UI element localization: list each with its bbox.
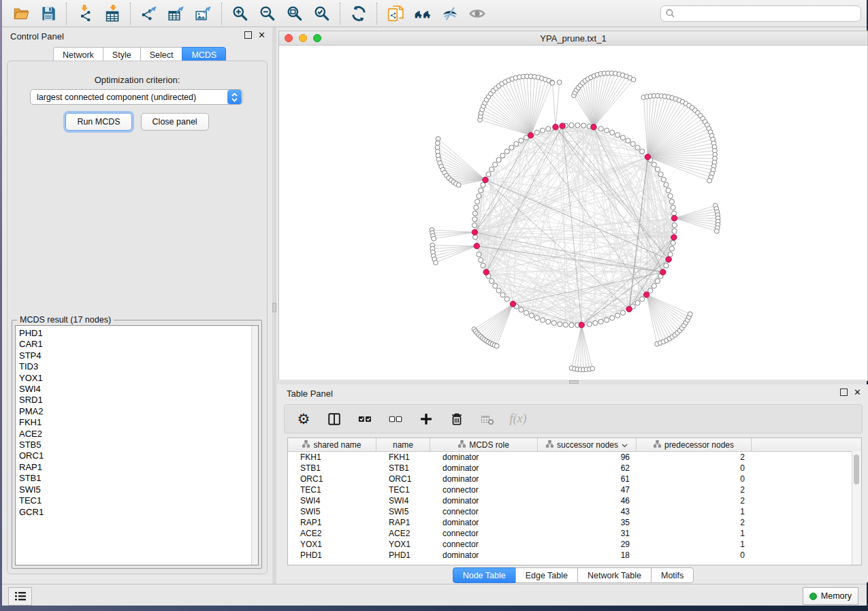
network-view-window: YPA_prune.txt_1 xyxy=(278,31,868,381)
column-header-shared-name[interactable]: shared name xyxy=(288,438,376,451)
table-row[interactable]: ORC1ORC1dominator610 xyxy=(288,474,861,484)
table-row[interactable]: SWI4SWI4dominator462 xyxy=(288,495,861,506)
open-file-button[interactable] xyxy=(7,2,35,25)
toolbar-separator xyxy=(340,3,341,24)
cell: 62 xyxy=(538,463,637,474)
search-icon xyxy=(666,9,675,18)
toolbar-separator xyxy=(221,3,223,24)
add-column-button[interactable] xyxy=(417,410,435,429)
horizontal-splitter[interactable] xyxy=(276,380,867,384)
save-session-button[interactable] xyxy=(35,2,62,25)
panel-list-button[interactable] xyxy=(8,587,32,606)
mcds-result-item[interactable]: TEC1 xyxy=(16,495,251,506)
mcds-result-item[interactable]: TID3 xyxy=(16,361,251,372)
mcds-result-item[interactable]: SRD1 xyxy=(16,395,251,406)
table-row[interactable]: SWI5SWI5connector431 xyxy=(288,506,861,517)
show-all-button[interactable] xyxy=(464,2,491,25)
table-row[interactable]: PHD1PHD1dominator180 xyxy=(288,550,861,561)
table-row[interactable]: TEC1TEC1connector472 xyxy=(288,484,861,495)
hide-selected-button[interactable] xyxy=(436,2,464,25)
column-header-MCDS-role[interactable]: MCDS role xyxy=(430,438,538,451)
tab-edge-table[interactable]: Edge Table xyxy=(515,567,578,583)
export-image-button[interactable] xyxy=(190,2,217,25)
mcds-result-item[interactable]: STB1 xyxy=(16,473,251,484)
network-canvas[interactable] xyxy=(279,46,867,380)
export-network-button[interactable] xyxy=(135,2,163,25)
node-table-header: shared namenameMCDS rolesuccessor nodesp… xyxy=(288,438,861,452)
cell: SWI5 xyxy=(288,506,376,517)
mcds-result-item[interactable]: RAP1 xyxy=(16,462,251,473)
table-row[interactable]: YOX1YOX1connector291 xyxy=(288,539,861,550)
import-network-button[interactable] xyxy=(71,2,99,25)
mcds-result-item[interactable]: ORC1 xyxy=(16,450,251,461)
cell-filler xyxy=(752,484,861,495)
list-scrollbar[interactable] xyxy=(251,326,258,565)
import-table-button[interactable] xyxy=(99,2,126,25)
mcds-result-item[interactable]: SWI4 xyxy=(16,384,251,395)
tab-network-table[interactable]: Network Table xyxy=(577,567,652,583)
control-panel-header: Control Panel ✕ xyxy=(2,27,272,45)
close-panel-button[interactable]: Close panel xyxy=(141,113,209,131)
cell: FKH1 xyxy=(288,452,376,463)
column-visibility-button[interactable] xyxy=(325,410,343,429)
close-panel-icon[interactable]: ✕ xyxy=(258,31,266,39)
tab-motifs[interactable]: Motifs xyxy=(651,567,694,583)
mcds-result-item[interactable]: SWI5 xyxy=(16,484,251,495)
column-header-successor-nodes[interactable]: successor nodes xyxy=(538,438,637,451)
vertical-splitter-handle[interactable] xyxy=(272,303,276,312)
memory-button[interactable]: Memory xyxy=(803,587,858,605)
network-window-titlebar[interactable]: YPA_prune.txt_1 xyxy=(279,31,867,46)
close-table-panel-icon[interactable]: ✕ xyxy=(854,389,861,396)
table-row[interactable]: STB1STB1dominator620 xyxy=(288,463,861,474)
table-row[interactable]: ACE2ACE2connector311 xyxy=(288,528,861,539)
table-toolbar: ⚙f(x) xyxy=(284,404,863,433)
float-panel-icon[interactable] xyxy=(244,31,252,39)
cell: 96 xyxy=(538,452,637,463)
table-row[interactable]: RAP1RAP1dominator352 xyxy=(288,517,861,528)
cell: 1 xyxy=(637,528,752,539)
horizontal-splitter-handle[interactable] xyxy=(569,380,579,384)
mcds-result-item[interactable]: PMA2 xyxy=(16,406,251,417)
refresh-layout-button[interactable] xyxy=(345,2,372,25)
tab-node-table[interactable]: Node Table xyxy=(453,567,516,583)
application-window: Control Panel ✕ NetworkStyleSelectMCDS O… xyxy=(2,0,867,606)
cell: connector xyxy=(430,539,538,550)
mcds-result-item[interactable]: PHD1 xyxy=(16,328,251,339)
mcds-result-item[interactable]: ACE2 xyxy=(16,429,251,440)
copy-network-button[interactable] xyxy=(382,2,409,25)
vertical-splitter[interactable] xyxy=(272,27,276,584)
column-header-name[interactable]: name xyxy=(376,438,430,451)
zoom-out-button[interactable] xyxy=(254,2,281,25)
cell: ACE2 xyxy=(376,528,430,539)
delete-column-button[interactable] xyxy=(448,410,466,429)
table-row[interactable]: FKH1FKH1dominator962 xyxy=(288,452,861,463)
mcds-result-item[interactable]: FKH1 xyxy=(16,417,251,428)
deselect-all-button[interactable] xyxy=(387,410,404,429)
first-neighbors-button[interactable] xyxy=(409,2,436,25)
table-scrollbar-thumb[interactable] xyxy=(854,455,859,484)
optimization-select[interactable]: largest connected component (undirected) xyxy=(30,89,243,105)
zoom-fit-button[interactable] xyxy=(281,2,308,25)
mcds-result-item[interactable]: GCR1 xyxy=(16,507,251,518)
table-scrollbar[interactable] xyxy=(852,451,861,565)
export-table-button[interactable] xyxy=(163,2,190,25)
mcds-result-item[interactable]: STB5 xyxy=(16,440,251,450)
cell-filler xyxy=(752,517,861,528)
float-table-panel-icon[interactable] xyxy=(840,389,848,396)
search-input[interactable] xyxy=(679,8,856,19)
run-mcds-button[interactable]: Run MCDS xyxy=(65,113,131,131)
zoom-selected-button[interactable] xyxy=(308,2,336,25)
zoom-in-button[interactable] xyxy=(227,2,254,25)
search-box[interactable] xyxy=(660,5,861,22)
column-header-predecessor-nodes[interactable]: predecessor nodes xyxy=(637,438,752,451)
delete-table-button xyxy=(479,410,496,429)
mcds-result-item[interactable]: YOX1 xyxy=(16,373,251,384)
settings-gear-button[interactable]: ⚙ xyxy=(295,410,312,429)
mcds-result-item[interactable]: CAR1 xyxy=(16,339,251,350)
mcds-result-item[interactable]: STP4 xyxy=(16,350,251,361)
cell: RAP1 xyxy=(376,517,430,528)
mcds-result-list[interactable]: PHD1CAR1STP4TID3YOX1SWI4SRD1PMA2FKH1ACE2… xyxy=(15,325,259,565)
select-all-button[interactable] xyxy=(356,410,374,429)
cell: RAP1 xyxy=(288,517,376,528)
column-label: predecessor nodes xyxy=(664,440,734,450)
